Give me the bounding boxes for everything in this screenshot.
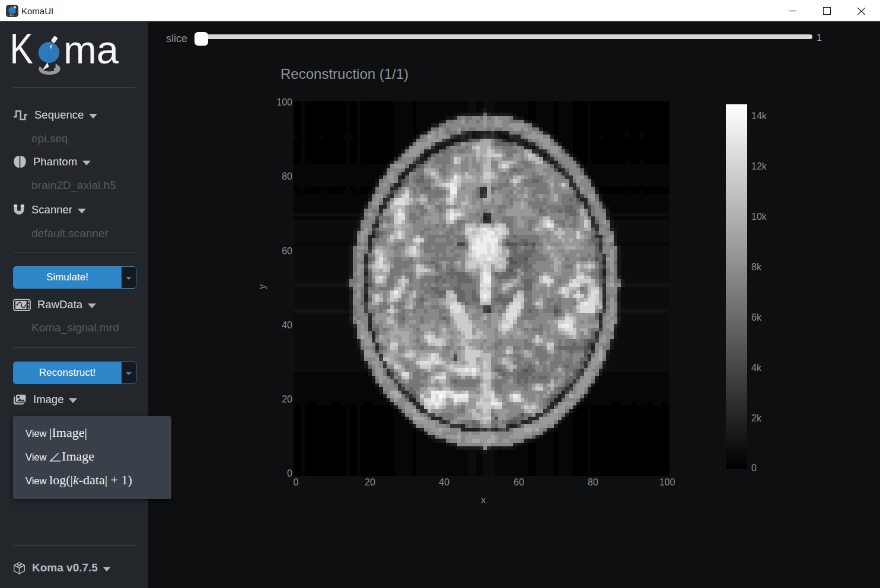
svg-text:K: K (10, 30, 33, 72)
svg-text:ma: ma (63, 30, 119, 72)
